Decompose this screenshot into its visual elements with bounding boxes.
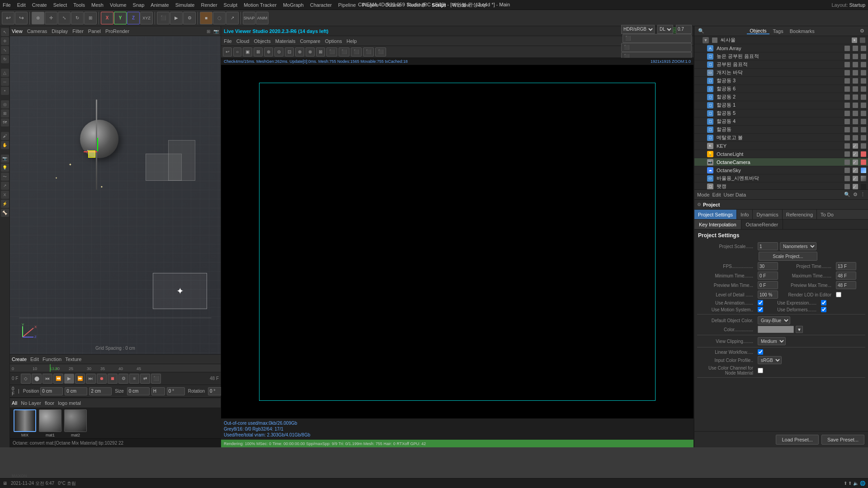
mat-1[interactable]: mat1 <box>39 409 61 437</box>
lv-menu-file[interactable]: File <box>224 38 232 44</box>
polygon-icon[interactable]: △ <box>1 69 9 77</box>
tab-objects[interactable]: Objects <box>747 28 769 34</box>
lv-btn-3[interactable]: ▣ <box>243 47 252 56</box>
obj-last-vis[interactable] <box>844 184 850 189</box>
vp-tab-panel[interactable]: Panel <box>88 28 101 34</box>
mat-tab-all[interactable]: All <box>12 400 17 406</box>
obj-key-vis[interactable] <box>844 143 850 149</box>
lv-colorspace-select[interactable]: HDR/sRGB <box>621 25 655 34</box>
obj-row-last[interactable]: ◻ 됏캥 ✓ <box>694 183 868 190</box>
color-swatch[interactable] <box>758 326 794 333</box>
viewport-3d[interactable]: Perspective <box>10 36 221 354</box>
mat-tab-nolayer[interactable]: No Layer <box>21 400 41 406</box>
mat-2[interactable]: mat2 <box>64 409 87 437</box>
lv-menu-materials[interactable]: Materials <box>275 38 296 44</box>
select-icon[interactable]: ↖ <box>1 28 9 36</box>
obj-7-vis[interactable] <box>844 94 850 100</box>
rigging-icon[interactable]: 🦴 <box>1 209 9 217</box>
obj-11-vis[interactable] <box>844 127 850 132</box>
vp-tab-filter[interactable]: Filter <box>72 28 83 34</box>
menu-animate[interactable]: Animate <box>151 2 169 8</box>
menu-tools[interactable]: Tools <box>73 2 85 8</box>
goto-start-btn[interactable]: ⏮ <box>42 374 52 384</box>
menu-simulate[interactable]: Simulate <box>175 2 195 8</box>
dynamics-icon[interactable]: ⚡ <box>1 200 9 208</box>
obj-row-8[interactable]: ◻ 할공동 1 <box>694 101 868 109</box>
mode-more[interactable]: ⋮ <box>860 192 865 197</box>
sculpt-icon[interactable]: ✋ <box>1 141 9 149</box>
rotate-icon[interactable]: ↻ <box>1 55 9 63</box>
size-x-input[interactable] <box>127 387 150 395</box>
menu-mograph[interactable]: MoGraph <box>283 2 304 8</box>
lv-btn-5[interactable]: ⊕ <box>264 47 273 56</box>
pos-y-input[interactable] <box>65 387 87 395</box>
vp-tab-view[interactable]: View <box>12 28 23 34</box>
settings-btn[interactable]: ⚙ <box>118 374 128 384</box>
pos-x-input[interactable] <box>40 387 63 395</box>
prev-frame-btn[interactable]: ⏪ <box>53 374 63 384</box>
play-btn[interactable]: ▶ <box>64 374 74 384</box>
load-preset-btn[interactable]: Load Preset... <box>776 435 819 445</box>
motion-btn[interactable]: ⬛ <box>151 374 161 384</box>
tl-tab-create[interactable]: Create <box>12 357 27 362</box>
xyz-axis[interactable]: XYZ <box>140 12 153 24</box>
menu-sculpt[interactable]: Sculpt <box>224 2 238 8</box>
tl-tab-function[interactable]: Function <box>42 357 61 362</box>
lv-btn-4[interactable]: ⊠ <box>254 47 263 56</box>
obj-3-vis[interactable] <box>844 62 850 67</box>
menu-edit[interactable]: Edit <box>17 2 26 8</box>
obj-8-vis[interactable] <box>844 103 850 108</box>
goto-end-btn[interactable]: ⏭ <box>86 374 96 384</box>
mode-search[interactable]: 🔍 <box>844 192 850 197</box>
objects-settings-icon[interactable]: ⚙ <box>858 28 866 34</box>
transform-tool[interactable]: ⊞ <box>84 12 97 24</box>
next-frame-btn[interactable]: ⏩ <box>75 374 85 384</box>
lv-menu-objects[interactable]: Objects <box>254 38 270 44</box>
lv-btn-14[interactable]: ⬛ <box>363 47 374 56</box>
obj-9-vis[interactable] <box>844 111 850 116</box>
menu-motion-tracker[interactable]: Motion Tracker <box>244 2 277 8</box>
object-tool[interactable]: ⊕ <box>32 12 44 24</box>
lv-btn-1[interactable]: ↩ <box>223 47 232 56</box>
undo-btn[interactable]: ↩ <box>2 12 14 24</box>
snap-btn[interactable]: SNAP <box>243 12 255 24</box>
anim-btn[interactable]: ANIM <box>256 12 269 24</box>
obj-row-4[interactable]: ▭ 개지논 바닥 <box>694 69 868 77</box>
uv-icon[interactable]: 🗺 <box>1 118 9 127</box>
obj-row-3[interactable]: ◻ 공부된 음표적 <box>694 61 868 69</box>
lv-btn-15[interactable]: ⬛ <box>375 47 386 56</box>
lv-menu-options[interactable]: Options <box>325 38 342 44</box>
clip-select[interactable]: Medium <box>758 337 786 345</box>
menu-volume[interactable]: Volume <box>110 2 127 8</box>
lv-btn-9[interactable]: ⊗ <box>306 47 315 56</box>
colornode-checkbox[interactable] <box>758 368 763 373</box>
deformer-btn[interactable]: ↗ <box>226 12 239 24</box>
use-expr-checkbox[interactable] <box>821 300 826 305</box>
tab-bookmarks[interactable]: Bookmarks <box>787 28 817 34</box>
xpresso-icon[interactable]: X <box>1 191 9 199</box>
lv-viewport[interactable] <box>221 65 693 418</box>
obj-row-root[interactable]: ▼ 씨사울 ● <box>694 36 868 44</box>
light-icon[interactable]: 💡 <box>1 164 9 172</box>
def-color-select[interactable]: Gray-Blue <box>758 316 790 324</box>
obj-10-vis[interactable] <box>844 119 850 124</box>
obj-row-2[interactable]: ◻ 높은 공부된 음표적 <box>694 52 868 61</box>
object-cube[interactable]: ■ <box>200 12 212 24</box>
size-unit[interactable] <box>167 387 185 395</box>
mode-tab-edit[interactable]: Edit <box>712 192 721 197</box>
move-tool[interactable]: ✛ <box>45 12 57 24</box>
y-axis[interactable]: Y <box>114 12 127 24</box>
color-picker-btn[interactable]: ▼ <box>796 326 803 333</box>
render-lod-checkbox[interactable] <box>836 292 841 297</box>
menu-render[interactable]: Render <box>201 2 217 8</box>
lv-btn-2[interactable]: ○ <box>233 47 241 56</box>
menu-file[interactable]: File <box>3 2 11 8</box>
rotate-tool[interactable]: ↻ <box>71 12 84 24</box>
sync-btn[interactable]: ⇄ <box>140 374 150 384</box>
obj-row-6[interactable]: ◻ 할공동 6 <box>694 85 868 93</box>
fps-input[interactable] <box>758 262 778 270</box>
subtab-octanerender[interactable]: OctaneRender <box>741 220 783 229</box>
more-btn[interactable]: ≡ <box>129 374 139 384</box>
lv-btn-6[interactable]: ⊝ <box>274 47 283 56</box>
lv-btn-8[interactable]: ⊕ <box>295 47 304 56</box>
